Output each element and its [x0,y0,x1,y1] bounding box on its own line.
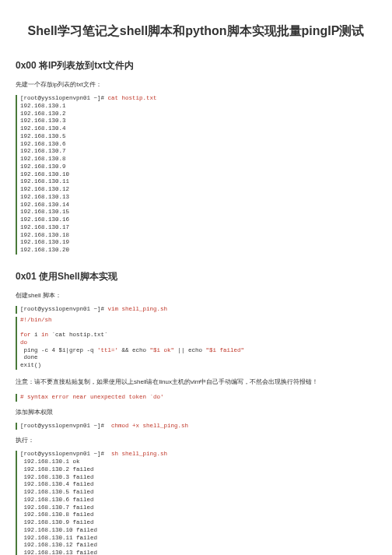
txt: `cat hostip.txt` [48,332,108,338]
warning-text: 注意：请不要直接粘贴复制，如果使用以上shell请在linux主机的vim中自己… [16,378,376,386]
exit: exit() [20,362,41,368]
section-intro-0: 先建一个存放ip列表的txt文件： [16,80,376,89]
str: 'ttl=' [97,347,118,353]
txt: ping -c 4 $i|grep -q [20,347,97,353]
str: "$i ok" [150,347,175,353]
command: cat hostip.txt [108,95,157,101]
command: sh shell_ping.sh [111,451,167,457]
code-block-error: # syntax error near unexpected token `do… [16,394,376,402]
command: vim shell_ping.sh [108,306,168,312]
command: chmod +x shell_ping.sh [111,423,188,429]
ip-list: 192.168.130.1 192.168.130.2 192.168.130.… [20,103,69,253]
code-block-chmod: [root@yysslopenvpn01 ~]# chmod +x shell_… [16,423,376,430]
section-heading-1: 0x01 使用Shell脚本实现 [16,270,376,283]
shebang: #!/bin/sh [20,317,52,323]
prompt: [root@yysslopenvpn01 ~]# [20,451,111,457]
section-intro-3: 执行： [16,436,376,444]
kw-in: in [41,332,48,338]
code-block-vim: [root@yysslopenvpn01 ~]# vim shell_ping.… [16,306,376,314]
kw-for: for [20,332,31,338]
error-msg: # syntax error near unexpected token `do… [20,394,164,400]
section-intro-1: 创建shell 脚本： [16,291,376,300]
prompt: [root@yysslopenvpn01 ~]# [20,306,108,312]
result-list: 192.168.130.1 ok 192.168.130.2 failed 19… [20,458,97,555]
page-title: Shell学习笔记之shell脚本和python脚本实现批量pingIP测试 [16,23,376,40]
str: "$i failed" [206,347,245,353]
prompt: [root@yysslopenvpn01 ~]# [20,95,108,101]
code-block-script: #!/bin/sh for i in `cat hostip.txt` do p… [16,317,376,370]
txt: || echo [174,347,206,353]
kw-done: done [20,354,38,360]
section-heading-0: 0x00 将IP列表放到txt文件内 [16,59,376,72]
txt: && echo [118,347,150,353]
kw-do: do [20,339,27,346]
code-block-hostip: [root@yysslopenvpn01 ~]# cat hostip.txt … [16,95,376,255]
prompt: [root@yysslopenvpn01 ~]# [20,423,111,429]
code-block-run: [root@yysslopenvpn01 ~]# sh shell_ping.s… [16,451,376,555]
txt: i [31,332,42,338]
section-intro-2: 添加脚本权限 [16,408,376,416]
